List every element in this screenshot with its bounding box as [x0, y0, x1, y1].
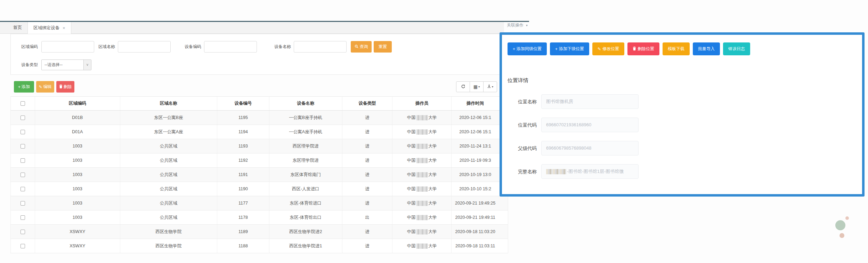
row-checkbox[interactable]	[21, 130, 25, 134]
pencil-icon: ✎	[598, 47, 601, 51]
device-table: 区域编码区域名称设备编号设备名称设备类型操作员操作时间 D01B东区一公寓B座1…	[10, 96, 508, 253]
operator-prefix: 中国	[407, 143, 416, 149]
table-row[interactable]: XSWXY西区生物学院1188西区生物学院进1进中国大学2020-09-18 1…	[11, 239, 508, 253]
redacted-text-block	[416, 201, 428, 206]
device-code-input[interactable]	[204, 41, 257, 53]
columns-button[interactable]: ▦ ▾	[470, 81, 484, 92]
cell-device-type: 进	[342, 139, 393, 153]
panel-button-label: 添加同级位置	[517, 46, 542, 52]
table-row[interactable]: 1003公共区域1193西区理学院进进中国大学2020-11-24 13:1	[11, 139, 508, 153]
query-button[interactable]: 查询	[351, 41, 372, 53]
table-row[interactable]: D01A东区一公寓A座1194一公寓A座手持机进中国大学2020-12-06 1…	[11, 125, 508, 139]
panel-button-label: 删除位置	[638, 46, 654, 52]
field-input-3[interactable]: 696606798576898048	[541, 141, 639, 156]
cell-op-time: 2020-09-18 11:03:11	[452, 239, 508, 253]
operator-prefix: 中国	[407, 172, 416, 178]
redacted-text-block	[416, 244, 428, 249]
row-checkbox[interactable]	[21, 158, 25, 163]
panel-button-7[interactable]: 错误日志	[723, 42, 750, 55]
cell-device-type: 进	[342, 111, 393, 125]
table-row[interactable]: D01B东区一公寓B座1195一公寓B座手持机进中国大学2020-12-06 1…	[11, 111, 508, 125]
cell-device-name: 东区体育馆南门	[269, 168, 342, 182]
field-label: 位置代码	[518, 122, 537, 128]
device-name-input[interactable]	[294, 41, 347, 53]
region-name-input[interactable]	[118, 41, 171, 53]
operator-suffix: 大学	[428, 143, 437, 149]
edit-button[interactable]: ✎ 编辑	[36, 81, 54, 93]
header-cell: 设备名称	[269, 97, 342, 110]
row-checkbox[interactable]	[21, 201, 25, 206]
header-cell: 设备类型	[342, 97, 393, 110]
field-value: 图书馆微机房	[546, 99, 573, 104]
panel-button-2[interactable]: +添加下级位置	[550, 42, 589, 55]
cell-region-name: 东区一公寓A座	[120, 125, 218, 139]
field-input-4[interactable]: -图书馆-图书馆1层-图书馆微	[541, 164, 639, 179]
panel-button-5[interactable]: 模板下载	[663, 42, 690, 55]
decorative-dot-pink-small	[845, 216, 849, 220]
cell-region-code: 1003	[35, 139, 120, 153]
close-icon[interactable]: ×	[63, 25, 65, 31]
field-value: 696607021936168960	[546, 122, 591, 127]
redacted-text-block	[416, 229, 428, 234]
cell-device-type: 进	[342, 153, 393, 167]
operator-suffix: 大学	[428, 229, 437, 235]
redacted-text-block	[416, 144, 428, 149]
cell-device-name: 西区生物学院进2	[269, 225, 342, 239]
operator-prefix: 中国	[407, 243, 416, 249]
cell-region-name: 公共区域	[120, 196, 218, 210]
cell-device-name: 西区-人发进口	[269, 182, 342, 196]
form-row: 完整名称-图书馆-图书馆1层-图书馆微	[502, 164, 862, 179]
table-row[interactable]: 1003公共区域1190西区-人发进口进中国大学2020-10-10 15:2	[11, 182, 508, 196]
region-code-label: 区域编码	[19, 44, 38, 50]
export-button[interactable]: ▾	[483, 81, 497, 92]
row-select-cell	[11, 139, 35, 153]
reset-button[interactable]: 重置	[374, 41, 392, 53]
table-row[interactable]: 1003公共区域1192东区理学院进进中国大学2020-11-19 09:3	[11, 153, 508, 168]
row-select-cell	[11, 111, 35, 125]
chevron-down-icon: ▾	[478, 85, 480, 88]
row-checkbox[interactable]	[21, 187, 25, 191]
panel-button-1[interactable]: +添加同级位置	[508, 42, 547, 55]
delete-button[interactable]: 删除	[56, 81, 74, 93]
tab-region-bound-device[interactable]: 区域绑定设备 ×	[27, 22, 71, 34]
cell-operator: 中国大学	[392, 182, 452, 196]
cell-region-code: 1003	[35, 153, 120, 167]
cell-device-type: 进	[342, 125, 393, 139]
table-row[interactable]: 1003公共区域1178东区-体育馆出口出中国大学2020-09-21 19:4…	[11, 210, 508, 225]
row-checkbox[interactable]	[21, 173, 25, 177]
field-input-1[interactable]: 图书馆微机房	[541, 94, 639, 109]
reset-button-label: 重置	[379, 44, 387, 50]
panel-button-3[interactable]: ✎修改位置	[592, 42, 624, 55]
table-row[interactable]: XSWXY西区生物学院1189西区生物学院进2进中国大学2020-09-18 1…	[11, 225, 508, 239]
add-button[interactable]: + 添加	[14, 81, 34, 93]
chevron-down-icon: ▾	[492, 85, 493, 88]
select-all-checkbox[interactable]	[21, 101, 25, 106]
cell-region-name: 西区生物学院	[120, 225, 218, 239]
row-checkbox[interactable]	[21, 215, 25, 220]
operator-prefix: 中国	[407, 158, 416, 164]
table-row[interactable]: 1003公共区域1191东区体育馆南门进中国大学2020-10-19 13:0	[11, 168, 508, 182]
region-code-input[interactable]	[41, 41, 94, 53]
row-checkbox[interactable]	[21, 230, 25, 234]
cell-operator: 中国大学	[392, 239, 452, 253]
panel-button-4[interactable]: 删除位置	[627, 42, 659, 55]
row-select-cell	[11, 168, 35, 182]
search-icon	[355, 45, 358, 49]
cell-device-name: 东区-体育馆出口	[269, 210, 342, 224]
table-row[interactable]: 1003公共区域1177东区-体育馆进口进中国大学2020-09-21 19:4…	[11, 196, 508, 210]
operator-prefix: 中国	[407, 229, 416, 235]
row-checkbox[interactable]	[21, 115, 25, 120]
device-type-select[interactable]: --请选择-- ˅	[41, 59, 91, 70]
related-operations-dropdown[interactable]: 关联操作 ▾	[507, 22, 528, 28]
panel-button-6[interactable]: 批量导入	[693, 42, 720, 55]
row-checkbox[interactable]	[21, 144, 25, 149]
panel-button-label: 添加下级位置	[559, 46, 584, 52]
field-input-2[interactable]: 696607021936168960	[541, 118, 639, 132]
refresh-button[interactable]	[456, 81, 470, 92]
operator-suffix: 大学	[428, 158, 437, 164]
tab-home[interactable]: 首页	[8, 22, 27, 33]
cell-region-code: D01A	[35, 125, 120, 139]
row-select-cell	[11, 239, 35, 253]
operator-suffix: 大学	[428, 186, 437, 192]
row-checkbox[interactable]	[21, 244, 25, 248]
